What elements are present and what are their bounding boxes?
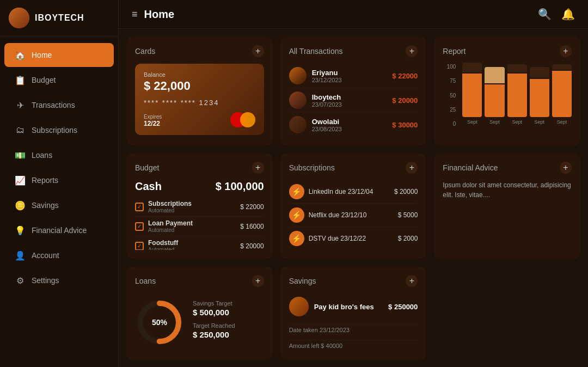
card-number: **** **** **** 1234	[144, 99, 255, 107]
sidebar-item-settings[interactable]: ⚙ Settings	[4, 268, 114, 292]
budget-items-list: ✓ Subscriptions Automated $ 22000 ✓ Loan…	[135, 197, 264, 250]
transactions-list: Eriyanu 23/12/2023 $ 22000 Iboytech 23/0…	[289, 64, 418, 137]
savings-panel: Savings + Pay kid bro's fees $ 250000 Da…	[280, 266, 427, 360]
report-add-button[interactable]: +	[560, 45, 572, 57]
topbar-left: ≡ Home	[132, 8, 174, 21]
financial-advice-add-button[interactable]: +	[560, 162, 572, 174]
savings-item: Pay kid bro's fees $ 250000	[289, 293, 418, 320]
tx-name: Owolabi	[312, 118, 342, 126]
card-expiry: Expires 12/22	[144, 114, 162, 127]
transactions-title: All Transactions	[289, 47, 343, 56]
bar-group: Sept	[462, 63, 482, 125]
savings-item-name: Pay kid bro's fees	[314, 303, 374, 311]
cards-add-button[interactable]: +	[252, 45, 264, 57]
sidebar-item-financial_advice[interactable]: 💡 Financial Advice	[4, 218, 114, 242]
tx-avatar	[289, 91, 307, 109]
bar-stack	[552, 63, 572, 117]
budget-type: Cash	[135, 180, 162, 193]
tx-left: Owolabi 23/08/2023	[289, 116, 342, 133]
sidebar-item-home[interactable]: 🏠 Home	[4, 43, 114, 67]
savings-item-amount: $ 250000	[388, 303, 418, 311]
mastercard-logo	[230, 112, 255, 127]
sub-icon: ⚡	[289, 231, 304, 246]
expires-value: 12/22	[144, 120, 162, 127]
budget-icon: 📋	[15, 75, 25, 85]
cards-panel: Cards + Balance $ 22,000 **** **** **** …	[126, 36, 273, 145]
bar-label: Sept	[557, 119, 567, 125]
account-icon: 👤	[15, 250, 25, 260]
sub-amount: $ 20000	[394, 188, 418, 195]
subscription-item: ⚡ DSTV due 23/12/22 $ 2000	[289, 227, 418, 250]
financial-advice-panel: Financial Advice + Ipsum dolor sit amet …	[434, 153, 580, 259]
transaction-item: Owolabi 23/08/2023 $ 30000	[289, 113, 418, 137]
report-header: Report +	[443, 45, 572, 57]
bar-group: Sept	[552, 63, 572, 125]
chart-bars: Sept Sept Sept Sept Sept	[462, 64, 572, 134]
chart-area: 100 75 50 25 0 Sept Sept Sept Sept	[443, 64, 572, 137]
sidebar-item-label-loans: Loans	[32, 151, 52, 160]
sidebar-item-budget[interactable]: 📋 Budget	[4, 68, 114, 92]
tx-name: Iboytech	[312, 93, 342, 101]
sidebar-item-transactions[interactable]: ✈ Transactions	[4, 93, 114, 117]
savings-item-left: Pay kid bro's fees	[289, 297, 374, 316]
sidebar-item-loans[interactable]: 💵 Loans	[4, 143, 114, 167]
savings-target-label: Savings Target	[193, 300, 264, 307]
check-icon: ✓	[135, 203, 144, 211]
subscriptions-header: Subscriptions +	[289, 162, 418, 174]
savings-date-taken: Date taken 23/12/2023	[289, 324, 418, 335]
check-icon: ✓	[135, 242, 144, 250]
sub-name: LinkedIn due 23/12/04	[309, 188, 373, 195]
target-reached-value: $ 250,000	[193, 330, 264, 339]
subscriptions-icon: 🗂	[15, 125, 25, 135]
tx-date: 23/08/2023	[312, 126, 342, 132]
sub-icon: ⚡	[289, 184, 304, 199]
tx-amount: $ 30000	[392, 121, 418, 129]
dashboard: Cards + Balance $ 22,000 **** **** **** …	[119, 29, 588, 367]
loans-icon: 💵	[15, 150, 25, 160]
sidebar-item-label-settings: Settings	[32, 276, 59, 285]
budget-item-amount: $ 16000	[240, 223, 264, 230]
loans-add-button[interactable]: +	[252, 275, 264, 287]
sidebar-item-label-subscriptions: Subscriptions	[32, 126, 77, 134]
transactions-add-button[interactable]: +	[406, 45, 418, 57]
balance-value: $ 22,000	[144, 79, 255, 93]
tx-date: 23/07/2023	[312, 101, 342, 108]
topbar-right: 🔍 🔔	[538, 8, 575, 21]
expires-label: Expires	[144, 114, 162, 120]
savings-amount-left: Amount left $ 40000	[289, 340, 418, 351]
transactions-icon: ✈	[15, 100, 25, 110]
chart-y-axis: 100 75 50 25 0	[443, 64, 456, 137]
settings-icon: ⚙	[15, 276, 25, 285]
sub-name: DSTV due 23/12/22	[309, 235, 366, 242]
savings-icon: 🪙	[15, 200, 25, 210]
loans-panel: Loans + 50% Savings Target $ 500,000 Tar…	[126, 266, 273, 360]
tx-name: Eriyanu	[312, 69, 342, 77]
budget-item: ✓ Subscriptions Automated $ 22000	[135, 197, 264, 217]
bar-top	[462, 63, 482, 72]
menu-icon[interactable]: ≡	[132, 9, 138, 20]
bar-stack	[462, 63, 482, 117]
search-icon[interactable]: 🔍	[538, 8, 552, 21]
savings-target-value: $ 500,000	[193, 308, 264, 317]
budget-item: ✓ Foodstuff Automated $ 20000	[135, 236, 264, 250]
budget-item-name: Foodstuff	[148, 239, 178, 247]
sidebar-item-savings[interactable]: 🪙 Savings	[4, 193, 114, 217]
sidebar-item-reports[interactable]: 📈 Reports	[4, 168, 114, 192]
target-reached-label: Target Reached	[193, 322, 264, 329]
budget-item: ✓ Loan Payment Automated $ 16000	[135, 217, 264, 236]
bell-icon[interactable]: 🔔	[561, 8, 575, 21]
donut-chart: 50%	[135, 298, 184, 347]
savings-add-button[interactable]: +	[406, 275, 418, 287]
mc-circle-right	[240, 112, 255, 127]
sidebar-header: IBOYTECH	[0, 0, 118, 36]
bar-bottom	[507, 74, 527, 117]
card-bottom: Expires 12/22	[144, 112, 255, 127]
bar-bottom	[462, 74, 482, 117]
bar-group: Sept	[530, 63, 549, 125]
sidebar-item-subscriptions[interactable]: 🗂 Subscriptions	[4, 118, 114, 142]
sidebar: IBOYTECH 🏠 Home📋 Budget✈ Transactions🗂 S…	[0, 0, 119, 367]
sidebar-item-account[interactable]: 👤 Account	[4, 243, 114, 267]
loans-info: Savings Target $ 500,000 Target Reached …	[193, 300, 264, 345]
subscriptions-add-button[interactable]: +	[406, 162, 418, 174]
budget-add-button[interactable]: +	[252, 162, 264, 174]
